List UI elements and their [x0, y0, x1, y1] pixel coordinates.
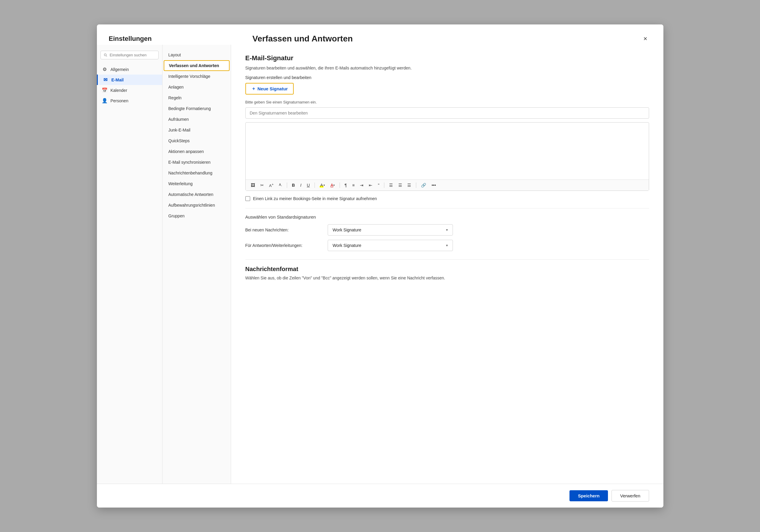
- email-sig-title: E-Mail-Signatur: [245, 54, 649, 62]
- toolbar-indent-increase-button[interactable]: ⇥: [358, 182, 365, 188]
- middle-nav-junk[interactable]: Junk-E-Mail: [163, 125, 231, 135]
- toolbar-paragraph-button[interactable]: ¶: [343, 182, 349, 188]
- toolbar-more-button[interactable]: •••: [430, 182, 437, 188]
- toolbar-align-right-button[interactable]: ☰: [406, 182, 413, 188]
- signature-name-input[interactable]: [245, 107, 649, 119]
- middle-nav-anlagen[interactable]: Anlagen: [163, 82, 231, 92]
- toolbar-font-smaller-button[interactable]: A-: [278, 182, 284, 188]
- middle-nav-weiterleitung[interactable]: Weiterleitung: [163, 178, 231, 189]
- indent-decrease-icon: ⇤: [369, 183, 372, 188]
- sidebar: ⚙ Allgemein ✉ E-Mail 📅 Kalender 👤 Person…: [97, 45, 163, 484]
- new-messages-row: Bei neuen Nachrichten: Work Signature ▾: [245, 224, 649, 236]
- search-box[interactable]: [101, 51, 159, 59]
- toolbar-separator-3: [340, 182, 340, 188]
- middle-nav-aktionen[interactable]: Aktionen anpassen: [163, 146, 231, 157]
- link-icon: 🔗: [421, 183, 426, 188]
- middle-nav-verfassen[interactable]: Verfassen und Antworten: [164, 60, 230, 71]
- new-messages-label: Bei neuen Nachrichten:: [245, 227, 323, 232]
- sidebar-nav: ⚙ Allgemein ✉ E-Mail 📅 Kalender 👤 Person…: [97, 64, 162, 106]
- search-input[interactable]: [110, 53, 155, 57]
- modal-title: Verfassen und Antworten: [253, 34, 353, 43]
- toolbar-quote-button[interactable]: ": [376, 182, 381, 188]
- toolbar-separator-4: [384, 182, 384, 188]
- bookings-checkbox[interactable]: [245, 196, 250, 201]
- italic-icon: I: [300, 183, 302, 188]
- toolbar-list-button[interactable]: ≡: [351, 182, 356, 188]
- toolbar-underline-button[interactable]: U: [305, 182, 311, 188]
- replies-row: Für Antworten/Weiterleitungen: Work Sign…: [245, 240, 649, 251]
- middle-nav-nachrichtenbehandlung[interactable]: Nachrichtenbehandlung: [163, 168, 231, 178]
- toolbar-separator-2: [314, 182, 315, 188]
- new-messages-value: Work Signature: [333, 227, 361, 232]
- toolbar-font-color-button[interactable]: A ▾: [329, 182, 336, 188]
- toolbar-align-left-button[interactable]: ☰: [388, 182, 395, 188]
- middle-nav-automatische[interactable]: Automatische Antworten: [163, 189, 231, 200]
- font-larger-icon: A+: [269, 182, 274, 188]
- calendar-icon: 📅: [102, 87, 108, 93]
- toolbar-indent-decrease-button[interactable]: ⇤: [367, 182, 374, 188]
- sidebar-item-label: Allgemein: [111, 67, 129, 72]
- quote-icon: ": [378, 183, 379, 188]
- signature-toolbar: 🖼 ✂ A+ A-: [246, 179, 649, 191]
- save-button[interactable]: Speichern: [569, 490, 608, 501]
- middle-nav-aufbewahrung[interactable]: Aufbewahrungsrichtlinien: [163, 200, 231, 211]
- app-title: Einstellungen: [109, 35, 152, 42]
- close-icon: ×: [643, 35, 647, 43]
- middle-nav-layout[interactable]: Layout: [163, 50, 231, 60]
- chevron-down-icon: ▾: [446, 243, 448, 248]
- gear-icon: ⚙: [102, 67, 108, 72]
- toolbar-link-button[interactable]: 🔗: [419, 182, 428, 188]
- nachrichtenformat-title: Nachrichtenformat: [245, 266, 649, 272]
- replies-value: Work Signature: [333, 243, 361, 248]
- toolbar-font-larger-button[interactable]: A+: [268, 182, 275, 189]
- toolbar-image-button[interactable]: 🖼: [249, 182, 257, 188]
- close-button[interactable]: ×: [640, 33, 651, 45]
- sidebar-item-label: E-Mail: [112, 77, 124, 82]
- search-icon: [104, 53, 107, 57]
- toolbar-highlight-button[interactable]: A ▾: [318, 182, 326, 188]
- font-smaller-icon: A-: [279, 183, 282, 187]
- middle-nav-quicksteps[interactable]: QuickSteps: [163, 135, 231, 146]
- sidebar-item-allgemein[interactable]: ⚙ Allgemein: [97, 64, 162, 74]
- middle-nav-gruppen[interactable]: Gruppen: [163, 211, 231, 221]
- sidebar-item-label: Personen: [111, 98, 128, 103]
- new-signature-button[interactable]: ＋ Neue Signatur: [245, 83, 294, 95]
- modal-body: ⚙ Allgemein ✉ E-Mail 📅 Kalender 👤 Person…: [97, 45, 663, 484]
- more-icon: •••: [431, 183, 436, 188]
- middle-nav-regeln[interactable]: Regeln: [163, 92, 231, 103]
- middle-nav-intelligente[interactable]: Intelligente Vorschläge: [163, 71, 231, 82]
- sidebar-item-kalender[interactable]: 📅 Kalender: [97, 85, 162, 95]
- bold-icon: B: [292, 183, 295, 188]
- toolbar-bold-button[interactable]: B: [290, 182, 296, 188]
- toolbar-eraser-button[interactable]: ✂: [259, 182, 265, 188]
- modal-footer: Speichern Verwerfen: [97, 484, 663, 508]
- sub-label: Signaturen erstellen und bearbeiten: [245, 75, 649, 80]
- chevron-down-icon: ▾: [446, 228, 448, 232]
- middle-nav-bedingte[interactable]: Bedingte Formatierung: [163, 103, 231, 114]
- people-icon: 👤: [102, 98, 108, 104]
- new-messages-dropdown[interactable]: Work Signature ▾: [328, 224, 453, 236]
- signature-editor-area[interactable]: [246, 122, 649, 179]
- new-signature-label: Neue Signatur: [258, 86, 288, 91]
- plus-icon: ＋: [251, 86, 256, 92]
- settings-modal: Einstellungen Verfassen und Antworten ×: [97, 24, 663, 508]
- toolbar-italic-button[interactable]: I: [299, 182, 303, 188]
- align-left-icon: ☰: [389, 183, 393, 188]
- indent-increase-icon: ⇥: [360, 183, 363, 188]
- align-right-icon: ☰: [407, 183, 411, 188]
- svg-line-1: [106, 56, 107, 56]
- sidebar-item-email[interactable]: ✉ E-Mail: [97, 74, 162, 85]
- highlight-icon: A: [320, 183, 323, 188]
- middle-nav-aufraumen[interactable]: Aufräumen: [163, 114, 231, 125]
- default-sig-title: Auswählen von Standardsignaturen: [245, 215, 649, 219]
- toolbar-align-center-button[interactable]: ☰: [397, 182, 404, 188]
- nachrichtenformat-section: Nachrichtenformat Wählen Sie aus, ob die…: [245, 266, 649, 280]
- sidebar-item-personen[interactable]: 👤 Personen: [97, 95, 162, 106]
- replies-dropdown[interactable]: Work Signature ▾: [328, 240, 453, 251]
- default-sig-section: Auswählen von Standardsignaturen Bei neu…: [245, 215, 649, 251]
- divider-2: [245, 260, 649, 260]
- align-center-icon: ☰: [398, 183, 402, 188]
- discard-button[interactable]: Verwerfen: [611, 490, 649, 502]
- nachrichtenformat-desc: Wählen Sie aus, ob die Zeilen "Von" und …: [245, 275, 649, 280]
- middle-nav-synchronisieren[interactable]: E-Mail synchronisieren: [163, 157, 231, 168]
